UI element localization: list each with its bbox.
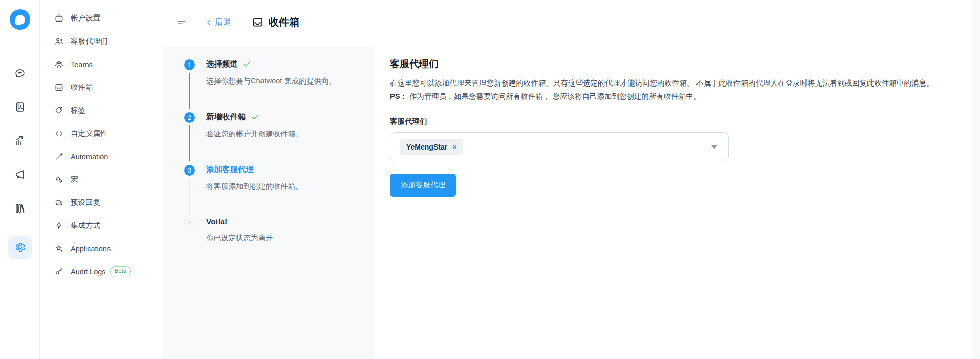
sidebar-item-integrations[interactable]: 集成方式: [40, 214, 163, 237]
sidebar-item-inboxes[interactable]: 收件箱: [40, 76, 163, 99]
scrollbar-track[interactable]: [972, 0, 980, 359]
rail-item-reports[interactable]: [13, 134, 27, 147]
sidebar-item-label: 客服代理们: [71, 36, 108, 46]
agents-field-label: 客服代理们: [390, 117, 951, 126]
sidebar-item-label: 帐户设置: [71, 13, 100, 23]
sidebar-item-label: 标签: [71, 105, 85, 115]
sidebar-items: 帐户设置 客服代理们 Teams 收件箱 标签 自定义属性 Automation…: [40, 7, 163, 283]
page-header: 后退 收件箱: [163, 0, 980, 45]
selected-agent-name: YeMengStar: [406, 143, 447, 151]
sidebar-item-label: Automation: [71, 153, 108, 161]
sidebar-item-account-settings[interactable]: 帐户设置: [40, 7, 163, 30]
sidebar-item-label: 预设回复: [71, 198, 100, 207]
macro-icon: [54, 175, 64, 184]
app-icon-rail: [0, 0, 40, 359]
sidebar-item-label: 集成方式: [71, 221, 100, 230]
add-agents-button[interactable]: 添加客服代理: [390, 174, 456, 197]
step-number-badge: 1: [184, 59, 195, 70]
key-icon: [54, 267, 64, 277]
inbox-title-icon: [252, 16, 264, 28]
content-heading: 客服代理们: [390, 57, 951, 71]
rail-item-conversations[interactable]: [13, 67, 27, 80]
back-label: 后退: [215, 17, 231, 28]
sparkle-icon: [54, 244, 64, 254]
back-button[interactable]: 后退: [205, 17, 231, 28]
inbox-icon: [54, 82, 64, 92]
chat-icon: [14, 67, 26, 79]
briefcase-icon: [54, 13, 64, 23]
ps-label: PS：: [390, 92, 407, 100]
step-title: Voila!: [206, 217, 353, 226]
step-description: 验证您的帐户并创建收件箱。: [206, 128, 353, 140]
agents-icon: [54, 36, 64, 46]
hamburger-menu-icon[interactable]: [176, 17, 186, 28]
check-icon: [251, 113, 259, 121]
content-panel: 客服代理们 在这里您可以添加代理来管理您新创建的收件箱。只有这些选定的代理才能访…: [374, 46, 980, 359]
sidebar-item-macros[interactable]: 宏: [40, 168, 163, 191]
main-area: 后退 收件箱 1 选择频道 选择你想要与Chatwoot 集成的提供商。 2 新…: [163, 0, 980, 359]
wizard-step-2: 2 新增收件箱 验证您的帐户并创建收件箱。: [184, 112, 353, 164]
chart-icon: [14, 135, 26, 147]
sidebar-item-agents[interactable]: 客服代理们: [40, 30, 163, 53]
code-icon: [54, 129, 64, 138]
chat-bubbles-icon: [54, 198, 64, 207]
sidebar-item-label: 自定义属性: [71, 129, 108, 138]
remove-agent-icon[interactable]: ×: [452, 143, 456, 151]
rail-item-contacts[interactable]: [13, 100, 27, 114]
logo-bubble-icon: [15, 15, 25, 25]
settings-sidebar: 帐户设置 客服代理们 Teams 收件箱 标签 自定义属性 Automation…: [40, 0, 163, 359]
content-description: 在这里您可以添加代理来管理您新创建的收件箱。只有这些选定的代理才能访问您的收件箱…: [390, 76, 951, 90]
step-description: 你已设定状态为离开: [206, 231, 353, 244]
step-number-badge: 3: [184, 165, 195, 176]
sidebar-item-custom-attributes[interactable]: 自定义属性: [40, 122, 163, 145]
page-title: 收件箱: [269, 15, 299, 29]
body-row: 1 选择频道 选择你想要与Chatwoot 集成的提供商。 2 新增收件箱 验证…: [163, 46, 980, 359]
wand-icon: [54, 152, 64, 161]
library-icon: [14, 202, 26, 215]
wizard-step-4: 4 Voila! 你已设定状态为离开: [184, 217, 353, 268]
step-description: 将客服添加到创建的收件箱。: [206, 180, 353, 193]
sidebar-item-label: Applications: [71, 245, 111, 253]
dropdown-caret-icon[interactable]: [711, 145, 717, 149]
rail-item-campaigns[interactable]: [13, 168, 27, 181]
step-title[interactable]: 添加客服代理: [206, 164, 353, 175]
selected-agent-tag: YeMengStar ×: [400, 139, 463, 155]
check-icon: [243, 60, 251, 69]
sidebar-item-label: 宏: [71, 175, 78, 184]
step-number-badge: 2: [184, 112, 195, 123]
sidebar-item-canned-responses[interactable]: 预设回复: [40, 191, 163, 214]
sidebar-item-teams[interactable]: Teams: [40, 53, 163, 76]
sidebar-item-label: Audit Logs: [71, 268, 106, 276]
agents-multiselect[interactable]: YeMengStar ×: [390, 132, 729, 161]
gear-icon: [14, 241, 26, 254]
beta-badge: Beta: [110, 266, 132, 277]
step-description: 选择你想要与Chatwoot 集成的提供商。: [206, 75, 353, 88]
chevron-left-icon: [205, 18, 213, 26]
sidebar-item-labels[interactable]: 标签: [40, 99, 163, 122]
step-title: 选择频道: [206, 59, 353, 70]
teams-icon: [54, 59, 64, 69]
content-ps-line: PS： 作为管理员，如果您需要访问所有收件箱， 您应该将自己添加到您创建的所有收…: [390, 90, 951, 103]
rail-item-help-center[interactable]: [13, 202, 27, 215]
sidebar-item-label: Teams: [71, 60, 93, 69]
chatwoot-logo[interactable]: [10, 9, 30, 30]
sidebar-item-audit-logs[interactable]: Audit LogsBeta: [40, 260, 163, 283]
wizard-step-3: 3 添加客服代理 将客服添加到创建的收件箱。: [184, 164, 353, 217]
rail-items: [0, 67, 39, 259]
wizard-steps-panel: 1 选择频道 选择你想要与Chatwoot 集成的提供商。 2 新增收件箱 验证…: [163, 46, 374, 359]
ps-text: 作为管理员，如果您需要访问所有收件箱， 您应该将自己添加到您创建的所有收件箱中。: [407, 92, 701, 100]
tag-icon: [54, 105, 64, 115]
megaphone-icon: [14, 168, 26, 181]
wizard-step-1: 1 选择频道 选择你想要与Chatwoot 集成的提供商。: [184, 59, 353, 112]
bolt-icon: [54, 221, 64, 230]
rail-item-settings[interactable]: [8, 236, 32, 259]
sidebar-item-label: 收件箱: [71, 82, 93, 92]
step-title: 新增收件箱: [206, 112, 353, 122]
step-number-badge: 4: [184, 218, 195, 228]
sidebar-item-applications[interactable]: Applications: [40, 237, 163, 260]
sidebar-item-automation[interactable]: Automation: [40, 145, 163, 168]
contacts-book-icon: [14, 101, 26, 113]
